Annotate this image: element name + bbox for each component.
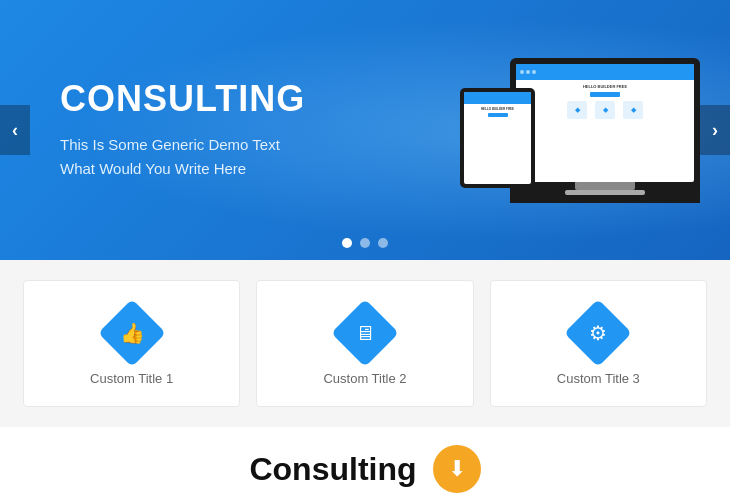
monitor-base	[565, 190, 645, 195]
thumbs-up-icon: 👍	[119, 321, 144, 345]
tablet-body: HELLO BUILDER FREE	[464, 104, 531, 184]
tablet-mockup: HELLO BUILDER FREE	[460, 88, 535, 188]
card-icon-3: ⚙	[564, 299, 632, 367]
screen-icon-2	[595, 101, 615, 119]
monitor-wrap: HELLO BUILDER FREE HELLO BUILDER FREE	[510, 58, 700, 203]
tablet-screen: HELLO BUILDER FREE	[464, 92, 531, 184]
card-1[interactable]: 👍 Custom Title 1	[23, 280, 240, 407]
hero-content: CONSULTING This Is Some Generic Demo Tex…	[0, 49, 540, 211]
monitor-stand	[575, 182, 635, 190]
card-title-1: Custom Title 1	[90, 371, 173, 386]
card-3[interactable]: ⚙ Custom Title 3	[490, 280, 707, 407]
card-2[interactable]: 🖥 Custom Title 2	[256, 280, 473, 407]
monitor-screen: HELLO BUILDER FREE	[516, 64, 694, 182]
dot-1[interactable]	[342, 238, 352, 248]
card-title-2: Custom Title 2	[323, 371, 406, 386]
bottom-title: Consulting	[249, 451, 416, 488]
cards-row: 👍 Custom Title 1 🖥 Custom Title 2 ⚙ Cust…	[0, 260, 730, 427]
download-button[interactable]: ⬇	[433, 445, 481, 493]
hero-section: ‹ CONSULTING This Is Some Generic Demo T…	[0, 0, 730, 260]
tablet-bar	[464, 92, 531, 104]
next-arrow[interactable]: ›	[700, 105, 730, 155]
screen-cta-btn	[590, 92, 620, 97]
monitor-body: HELLO BUILDER FREE	[516, 80, 694, 182]
card-icon-2: 🖥	[331, 299, 399, 367]
hero-subtitle: This Is Some Generic Demo Text What Woul…	[60, 133, 480, 181]
chevron-left-icon: ‹	[12, 120, 18, 141]
download-icon: ⬇	[448, 456, 466, 482]
monitor-icon: 🖥	[355, 322, 375, 345]
card-title-3: Custom Title 3	[557, 371, 640, 386]
screen-icons	[520, 101, 690, 119]
tablet-btn	[488, 113, 508, 117]
hero-title: CONSULTING	[60, 79, 480, 119]
chevron-right-icon: ›	[712, 120, 718, 141]
prev-arrow[interactable]: ‹	[0, 105, 30, 155]
monitor-bar	[516, 64, 694, 80]
tablet-heading: HELLO BUILDER FREE	[467, 107, 528, 111]
screen-heading: HELLO BUILDER FREE	[520, 84, 690, 89]
dot-2[interactable]	[360, 238, 370, 248]
monitor-mockup: HELLO BUILDER FREE	[510, 58, 700, 203]
screen-icon-3	[623, 101, 643, 119]
dot-3[interactable]	[378, 238, 388, 248]
screen-icon-1	[567, 101, 587, 119]
gear-icon: ⚙	[589, 321, 607, 345]
bottom-section: Consulting ⬇	[0, 427, 730, 500]
card-icon-1: 👍	[98, 299, 166, 367]
hero-devices: HELLO BUILDER FREE HELLO BUILDER FREE	[510, 58, 700, 203]
slider-dots	[342, 238, 388, 248]
